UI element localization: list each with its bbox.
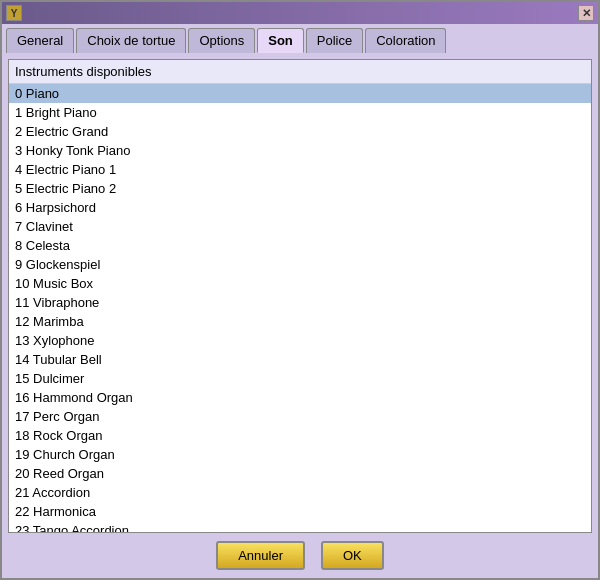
list-item[interactable]: 17 Perc Organ <box>9 407 591 426</box>
list-item[interactable]: 1 Bright Piano <box>9 103 591 122</box>
list-item[interactable]: 18 Rock Organ <box>9 426 591 445</box>
instrument-panel: Instruments disponibles 0 Piano1 Bright … <box>8 59 592 533</box>
list-item[interactable]: 5 Electric Piano 2 <box>9 179 591 198</box>
list-item[interactable]: 22 Harmonica <box>9 502 591 521</box>
tab-choix-tortue[interactable]: Choix de tortue <box>76 28 186 53</box>
tab-bar: GeneralChoix de tortueOptionsSonPoliceCo… <box>2 24 598 53</box>
list-item[interactable]: 23 Tango Accordion <box>9 521 591 532</box>
list-item[interactable]: 16 Hammond Organ <box>9 388 591 407</box>
list-item[interactable]: 8 Celesta <box>9 236 591 255</box>
tab-options[interactable]: Options <box>188 28 255 53</box>
list-item[interactable]: 4 Electric Piano 1 <box>9 160 591 179</box>
list-item[interactable]: 2 Electric Grand <box>9 122 591 141</box>
tab-coloration[interactable]: Coloration <box>365 28 446 53</box>
list-item[interactable]: 12 Marimba <box>9 312 591 331</box>
list-item[interactable]: 14 Tubular Bell <box>9 350 591 369</box>
close-button[interactable]: ✕ <box>578 5 594 21</box>
tab-general[interactable]: General <box>6 28 74 53</box>
list-item[interactable]: 20 Reed Organ <box>9 464 591 483</box>
list-item[interactable]: 9 Glockenspiel <box>9 255 591 274</box>
list-item[interactable]: 13 Xylophone <box>9 331 591 350</box>
list-item[interactable]: 3 Honky Tonk Piano <box>9 141 591 160</box>
main-content: Instruments disponibles 0 Piano1 Bright … <box>2 53 598 533</box>
main-window: Y ✕ GeneralChoix de tortueOptionsSonPoli… <box>0 0 600 580</box>
footer: Annuler OK <box>2 533 598 578</box>
instrument-list[interactable]: 0 Piano1 Bright Piano2 Electric Grand3 H… <box>9 84 591 532</box>
panel-header: Instruments disponibles <box>9 60 591 84</box>
ok-button[interactable]: OK <box>321 541 384 570</box>
list-item[interactable]: 15 Dulcimer <box>9 369 591 388</box>
list-item[interactable]: 7 Clavinet <box>9 217 591 236</box>
title-bar-icon: Y <box>6 5 22 21</box>
list-item[interactable]: 19 Church Organ <box>9 445 591 464</box>
tab-police[interactable]: Police <box>306 28 363 53</box>
list-item[interactable]: 0 Piano <box>9 84 591 103</box>
list-item[interactable]: 10 Music Box <box>9 274 591 293</box>
list-item[interactable]: 6 Harpsichord <box>9 198 591 217</box>
tab-son[interactable]: Son <box>257 28 304 53</box>
list-item[interactable]: 21 Accordion <box>9 483 591 502</box>
cancel-button[interactable]: Annuler <box>216 541 305 570</box>
title-bar: Y ✕ <box>2 2 598 24</box>
list-item[interactable]: 11 Vibraphone <box>9 293 591 312</box>
